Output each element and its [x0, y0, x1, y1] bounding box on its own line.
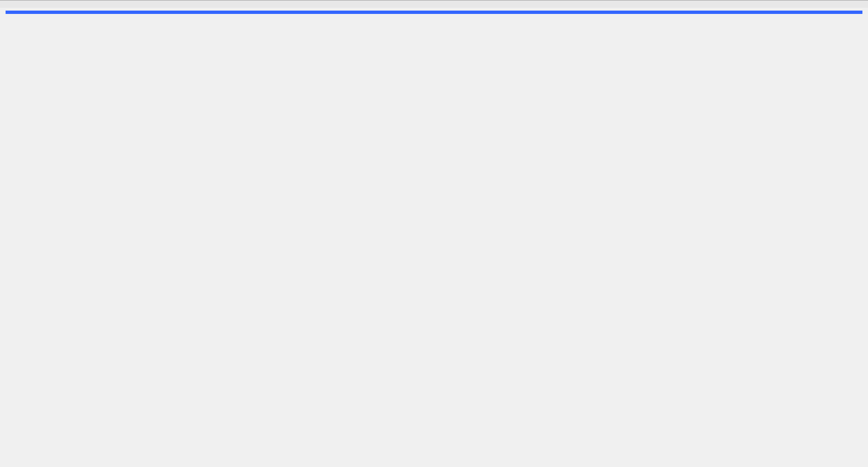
bottom-section — [0, 3, 868, 8]
selected-device-row[interactable] — [6, 11, 862, 14]
